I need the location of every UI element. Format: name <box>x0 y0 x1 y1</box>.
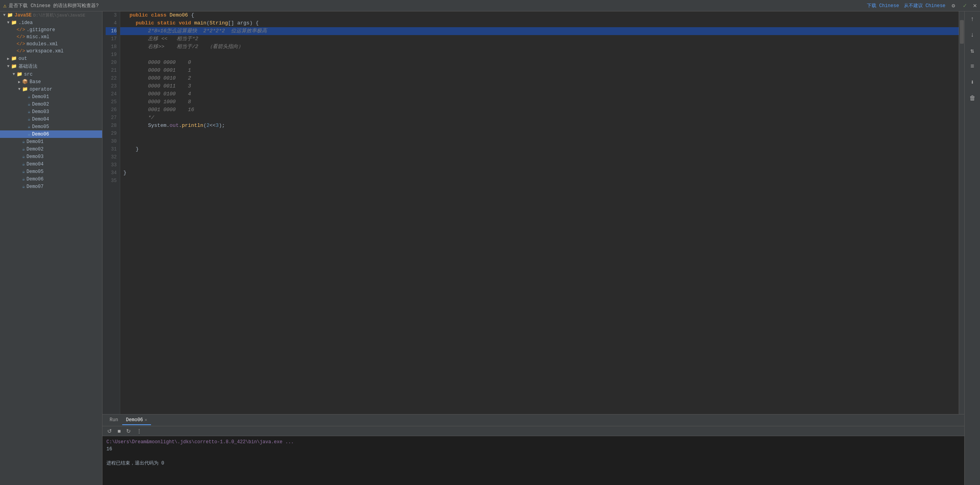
sidebar-item-misc[interactable]: </>misc.xml <box>0 33 102 41</box>
sidebar-root[interactable]: ▼📁JavaSE D:\计算机\java\JavaSE <box>0 11 102 19</box>
panel-tab-demo06[interactable]: Demo06✕ <box>122 416 151 425</box>
cls-token: Demo06 <box>170 11 188 19</box>
notification-settings-icon[interactable]: ⚙ <box>952 2 955 9</box>
line-number-30: 30 <box>106 138 117 145</box>
sidebar-item-label: Demo06 <box>26 177 43 182</box>
cmt-token: 0000 0001 1 <box>123 67 191 74</box>
line-number-28: 28 <box>106 122 117 130</box>
java-file-icon: ☕ <box>22 184 25 190</box>
terminal-line: C:\Users\Dream&moonlight\.jdks\corretto-… <box>106 439 960 446</box>
java-file-icon: ☕ <box>22 176 25 182</box>
cmt-token: 左移 << 相当于*2 <box>123 35 198 43</box>
code-line-27: */ <box>120 114 959 122</box>
download-button[interactable]: ⬇ <box>966 76 979 89</box>
sidebar-item-Demo02b[interactable]: ☕Demo02 <box>0 145 102 153</box>
line-number-17: 17 <box>106 35 117 43</box>
cmt-token: 0000 0011 3 <box>123 82 191 90</box>
download-chinese-link[interactable]: 下载 Chinese <box>867 2 899 9</box>
restart-button[interactable]: ↺ <box>106 427 114 435</box>
panel-tab-close-demo06[interactable]: ✕ <box>145 418 147 422</box>
code-line-28: System.out.println(2<<3); <box>120 122 959 130</box>
whitespace-token <box>123 122 148 130</box>
main-layout: ▼📁JavaSE D:\计算机\java\JavaSE▼📁.idea</>.gi… <box>0 11 980 485</box>
field-token: out <box>170 122 179 130</box>
sidebar-item-Demo03b[interactable]: ☕Demo03 <box>0 153 102 160</box>
more-button[interactable]: ⋮ <box>135 427 143 435</box>
cmt-token: */ <box>123 114 154 122</box>
sidebar-item-基础语法[interactable]: ▼📁基础语法 <box>0 62 102 71</box>
minimap-thumb <box>960 20 964 44</box>
folder-icon: 📁 <box>17 71 22 77</box>
folder-icon: 📁 <box>22 86 28 92</box>
line-numbers: 3416171819202122232425262728293031323334… <box>102 11 120 414</box>
sidebar-item-label: workspace.xml <box>27 48 64 54</box>
sidebar-item-Demo06b[interactable]: ☕Demo06 <box>0 175 102 183</box>
sidebar-item-label: modules.xml <box>27 41 58 47</box>
line-number-33: 33 <box>106 161 117 169</box>
sidebar-item-Base[interactable]: ▶📦Base <box>0 78 102 85</box>
sidebar-item-Demo01[interactable]: ☕Demo01 <box>0 93 102 100</box>
delete-button[interactable]: 🗑 <box>966 92 979 104</box>
sidebar-item-Demo01b[interactable]: ☕Demo01 <box>0 138 102 145</box>
line-number-29: 29 <box>106 130 117 138</box>
sidebar-item-label: Base <box>30 79 41 85</box>
terminal-line <box>106 453 960 460</box>
scroll-up-button[interactable]: ↑ <box>966 13 979 26</box>
cls-token: String <box>209 19 228 27</box>
tree-arrow: ▼ <box>11 72 17 76</box>
sidebar-item-label: Demo06 <box>32 132 49 137</box>
var-token: System <box>148 122 166 130</box>
sidebar-item-label: out <box>19 56 27 61</box>
folder-icon: 📁 <box>7 12 13 18</box>
code-line-29 <box>120 130 959 138</box>
code-content[interactable]: public class Demo06 { public static void… <box>120 11 959 414</box>
cmt-token: 0000 0010 2 <box>123 74 191 82</box>
line-number-32: 32 <box>106 153 117 161</box>
sidebar-item-Demo04[interactable]: ☕Demo04 <box>0 115 102 123</box>
sidebar-item-Demo05b[interactable]: ☕Demo05 <box>0 168 102 175</box>
sidebar-item-label: Demo03 <box>26 154 43 160</box>
notification-text: 是否下载 Chinese 的语法和拼写检查器? <box>9 2 867 9</box>
sidebar-item-Demo04b[interactable]: ☕Demo04 <box>0 160 102 168</box>
sidebar-item-Demo03[interactable]: ☕Demo03 <box>0 108 102 115</box>
code-line-16: 2*8=16怎么运算最快 2*2*2*2 位运算效率极高 <box>120 27 959 35</box>
sidebar-item-Demo05[interactable]: ☕Demo05 <box>0 123 102 130</box>
package-icon: 📦 <box>22 79 28 85</box>
stop-button[interactable]: ■ <box>116 427 122 435</box>
sidebar-item-idea[interactable]: ▼📁.idea <box>0 19 102 26</box>
sidebar-item-gitignore[interactable]: </>.gitignore <box>0 26 102 33</box>
dismiss-chinese-link[interactable]: 从不建议 Chinese <box>904 2 946 9</box>
code-line-32 <box>120 153 959 161</box>
sidebar-item-Demo07b[interactable]: ☕Demo07 <box>0 183 102 190</box>
java-file-icon: ☕ <box>22 146 25 152</box>
sidebar-item-operator[interactable]: ▼📁operator <box>0 85 102 93</box>
panel-tab-run[interactable]: Run <box>106 416 122 425</box>
sidebar-item-modules[interactable]: </>modules.xml <box>0 41 102 48</box>
panel-tabs: RunDemo06✕ <box>102 414 964 426</box>
terminal: C:\Users\Dream&moonlight\.jdks\corretto-… <box>102 436 964 485</box>
collapse-button[interactable]: ⇅ <box>966 45 979 57</box>
terminal-line: 进程已结束，退出代码为 0 <box>106 460 960 467</box>
code-line-3: public class Demo06 { <box>120 11 959 19</box>
code-line-23: 0000 0011 3 <box>120 82 959 90</box>
sidebar-item-label: operator <box>30 87 52 92</box>
java-file-icon: ☕ <box>28 109 30 115</box>
op-token: } <box>123 169 127 177</box>
code-line-35 <box>120 177 959 185</box>
xml-file-icon: </> <box>17 48 25 54</box>
code-editor: 3416171819202122232425262728293031323334… <box>102 11 964 414</box>
line-number-22: 22 <box>106 74 117 82</box>
sidebar-item-Demo06-active[interactable]: ☕Demo06 <box>0 130 102 138</box>
sidebar-item-out[interactable]: ▶📁out <box>0 55 102 62</box>
filter-button[interactable]: ≡ <box>966 60 979 73</box>
notification-close-icon[interactable]: ✕ <box>973 2 977 9</box>
sidebar-item-Demo02[interactable]: ☕Demo02 <box>0 100 102 108</box>
code-line-31: } <box>120 145 959 153</box>
sidebar-item-src[interactable]: ▼📁src <box>0 71 102 78</box>
scroll-down-button[interactable]: ↓ <box>966 29 979 41</box>
code-line-17: 左移 << 相当于*2 <box>120 35 959 43</box>
refresh-button[interactable]: ↻ <box>125 427 132 435</box>
sidebar-item-workspace[interactable]: </>workspace.xml <box>0 48 102 55</box>
sidebar-item-label: misc.xml <box>27 34 50 40</box>
code-line-26: 0001 0000 16 <box>120 106 959 114</box>
